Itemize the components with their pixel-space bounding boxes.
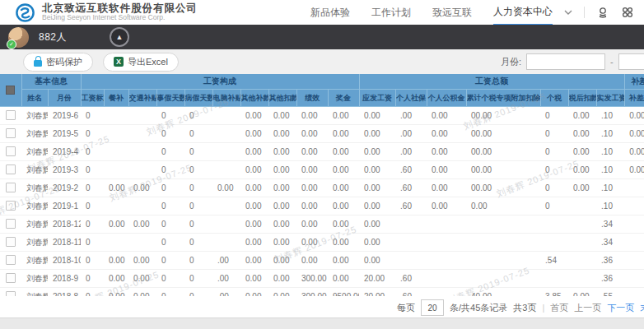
avatar[interactable]: ✓ xyxy=(8,27,29,48)
col-header-12[interactable]: 应发工资 xyxy=(359,90,395,107)
cell-16: 0 xyxy=(540,197,568,215)
scroll-top-button[interactable]: ▲ xyxy=(110,27,129,47)
chevron-down-icon[interactable] xyxy=(564,8,572,16)
cell-7 xyxy=(212,215,240,234)
salary-table: 基本信息工资构成工资总额补差总额姓名月份工资标准餐补交通补贴事假天数病假天数电脑… xyxy=(0,74,644,296)
pager-last[interactable]: 末页 xyxy=(640,302,644,314)
cell-5: 0 xyxy=(156,197,184,215)
cell-9: 0.00 xyxy=(268,143,296,161)
cell-5: 0 xyxy=(156,234,184,252)
cell-11: 0.00 xyxy=(328,107,359,125)
col-header-9[interactable]: 其他扣款 xyxy=(268,90,296,107)
cell-14 xyxy=(427,215,466,234)
cell-16: 0 xyxy=(540,107,568,125)
cell-13: .00 xyxy=(395,143,427,161)
cell-11: 9500.00 xyxy=(328,288,359,297)
col-header-4[interactable]: 交通补贴 xyxy=(128,90,156,107)
row-checkbox[interactable] xyxy=(6,255,16,265)
row-checkbox[interactable] xyxy=(6,128,16,138)
cell-1: 2018-9 xyxy=(48,270,81,288)
pages-label: 共3页 xyxy=(513,302,536,314)
nav-item-3[interactable]: 人力资本中心 xyxy=(493,0,553,25)
cell-16: .54 xyxy=(540,252,568,270)
cell-18: .34 xyxy=(596,215,624,234)
row-checkbox-cell xyxy=(0,270,21,288)
cell-1: 2018-12 xyxy=(48,215,81,234)
group-header-2: 工资总额 xyxy=(359,74,624,90)
cell-4 xyxy=(128,234,156,252)
col-header-16[interactable]: 个税 xyxy=(540,90,568,107)
password-protect-button[interactable]: 密码保护 xyxy=(23,53,93,72)
nav-item-0[interactable]: 新品体验 xyxy=(310,0,350,25)
cell-6: 0 xyxy=(184,234,212,252)
contact-pin-icon[interactable] xyxy=(596,6,609,19)
cell-5: 0 xyxy=(156,107,184,125)
cell-18: .10 xyxy=(596,161,624,179)
col-header-6[interactable]: 病假天数 xyxy=(184,90,212,107)
col-header-8[interactable]: 其他补款 xyxy=(240,90,268,107)
cell-19 xyxy=(624,234,644,252)
pager-first[interactable]: 首页 xyxy=(550,302,568,314)
pager-next[interactable]: 下一页 xyxy=(607,302,634,314)
col-header-1[interactable]: 月份 xyxy=(48,90,81,107)
cell-10: 0.00 xyxy=(296,179,328,197)
col-header-2[interactable]: 工资标准 xyxy=(81,90,104,107)
col-header-5[interactable]: 事假天数 xyxy=(156,90,184,107)
cell-9: 0.00 xyxy=(268,125,296,143)
row-checkbox[interactable] xyxy=(6,183,16,192)
row-checkbox[interactable] xyxy=(6,110,16,120)
cell-14 xyxy=(427,288,466,297)
row-checkbox-cell xyxy=(0,143,21,161)
row-checkbox[interactable] xyxy=(6,146,16,156)
month-from-input[interactable] xyxy=(526,53,605,70)
nav-item-1[interactable]: 工作计划 xyxy=(371,0,411,25)
cell-13: .00 xyxy=(395,107,427,125)
cell-7 xyxy=(212,143,240,161)
pager-prev[interactable]: 上一页 xyxy=(574,302,601,314)
pager-divider: | xyxy=(542,303,544,313)
cell-3: 0.00 xyxy=(104,252,128,270)
cell-16: 0 xyxy=(540,161,568,179)
cell-17: 0.00 xyxy=(568,125,596,143)
row-checkbox[interactable] xyxy=(6,201,16,211)
cell-2: 0 xyxy=(81,161,104,179)
cell-14: 0.00 xyxy=(427,197,466,215)
row-checkbox-cell xyxy=(0,234,21,252)
col-header-10[interactable]: 绩效 xyxy=(296,90,328,107)
col-header-0[interactable]: 姓名 xyxy=(21,90,48,107)
col-header-11[interactable]: 奖金 xyxy=(328,90,359,107)
cell-13 xyxy=(395,215,427,234)
select-all-checkbox[interactable] xyxy=(6,86,15,95)
row-checkbox[interactable] xyxy=(6,291,16,297)
col-header-13[interactable]: 个人社保 xyxy=(395,90,427,107)
cell-1: 2018-8 xyxy=(48,288,81,297)
col-header-17[interactable]: 税后扣款 xyxy=(568,90,596,107)
col-header-19[interactable]: 补差总金额 xyxy=(624,90,644,107)
cell-1: 2018-10 xyxy=(48,252,81,270)
cell-19: 0.00 xyxy=(624,161,644,179)
apps-grid-icon[interactable] xyxy=(621,6,634,19)
col-header-3[interactable]: 餐补 xyxy=(104,90,128,107)
col-header-7[interactable]: 电脑补贴 xyxy=(212,90,240,107)
export-excel-button[interactable]: X 导出Excel xyxy=(103,53,179,72)
cell-9: 0.00 xyxy=(268,161,296,179)
page-size-input[interactable] xyxy=(421,299,444,316)
cell-0: 刘春辉 xyxy=(21,252,48,270)
col-header-15[interactable]: 累计个税专项附加扣除 xyxy=(466,90,540,107)
cell-6: 0 xyxy=(184,125,212,143)
row-checkbox[interactable] xyxy=(6,237,16,247)
cell-9: 0.00 xyxy=(268,107,296,125)
col-header-18[interactable]: 实发工资 xyxy=(596,90,624,107)
row-checkbox[interactable] xyxy=(6,164,16,174)
cell-11: 0.00 xyxy=(328,125,359,143)
nav-item-2[interactable]: 致远互联 xyxy=(432,0,472,25)
cell-10: 0.00 xyxy=(296,143,328,161)
cell-16: 0 xyxy=(540,143,568,161)
month-to-input[interactable] xyxy=(618,53,644,70)
cell-13: .60 xyxy=(395,179,427,197)
cell-5: 0 xyxy=(156,215,184,234)
user-bar: ✓ 882人 ▲ xyxy=(0,25,644,49)
row-checkbox[interactable] xyxy=(6,219,16,229)
row-checkbox[interactable] xyxy=(6,273,16,283)
col-header-14[interactable]: 个人公积金 xyxy=(427,90,466,107)
